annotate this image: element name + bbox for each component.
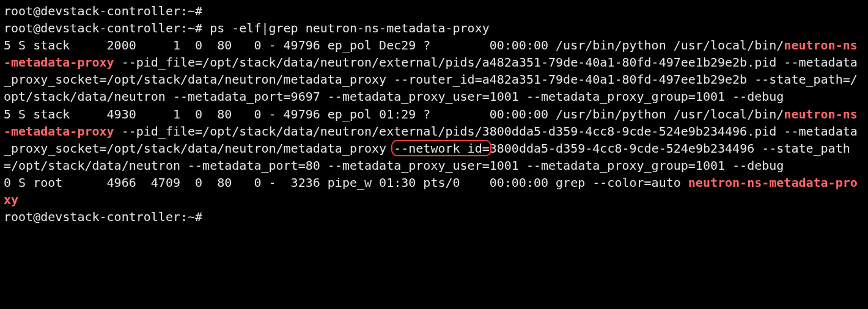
proc-text: --pid_file=/opt/stack/data/neutron/exter… — [4, 55, 858, 104]
process-line: 0 S root 4966 4709 0 80 0 - 3236 pipe_w … — [4, 175, 858, 207]
annotated-arg: --network_id= — [394, 141, 490, 156]
proc-text: 0 S root 4966 4709 0 80 0 - 3236 pipe_w … — [4, 175, 688, 190]
process-line: 5 S stack 2000 1 0 80 0 - 49796 ep_pol D… — [4, 38, 858, 104]
proc-text: 5 S stack 2000 1 0 80 0 - 49796 ep_pol D… — [4, 38, 784, 53]
prompt-line: root@devstack-controller:~# — [4, 21, 210, 35]
prompt-line: root@devstack-controller:~# — [4, 4, 202, 18]
terminal-output[interactable]: root@devstack-controller:~# root@devstac… — [0, 0, 868, 228]
command-text: ps -elf|grep neutron-ns-metadata-proxy — [210, 21, 490, 35]
proc-text: 5 S stack 4930 1 0 80 0 - 49796 ep_pol 0… — [4, 107, 784, 122]
prompt-line: root@devstack-controller:~# — [4, 209, 202, 224]
process-line: 5 S stack 4930 1 0 80 0 - 49796 ep_pol 0… — [4, 107, 858, 173]
